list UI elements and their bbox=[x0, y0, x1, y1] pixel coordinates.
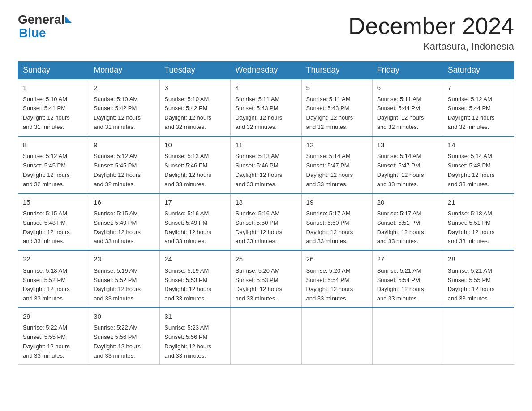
month-year-title: December 2024 bbox=[348, 13, 514, 39]
day-info: Sunrise: 5:20 AMSunset: 5:54 PMDaylight:… bbox=[306, 267, 353, 302]
day-number: 21 bbox=[448, 197, 509, 208]
calendar-cell: 29Sunrise: 5:22 AMSunset: 5:55 PMDayligh… bbox=[18, 308, 89, 364]
day-number: 2 bbox=[94, 83, 155, 93]
calendar-cell: 24Sunrise: 5:19 AMSunset: 5:53 PMDayligh… bbox=[160, 250, 231, 308]
calendar-cell: 13Sunrise: 5:14 AMSunset: 5:47 PMDayligh… bbox=[372, 136, 443, 193]
day-number: 12 bbox=[306, 140, 368, 150]
day-info: Sunrise: 5:13 AMSunset: 5:46 PMDaylight:… bbox=[235, 153, 282, 187]
week-row-1: 1Sunrise: 5:10 AMSunset: 5:41 PMDaylight… bbox=[18, 79, 514, 136]
day-number: 9 bbox=[94, 140, 155, 150]
calendar-cell: 10Sunrise: 5:13 AMSunset: 5:46 PMDayligh… bbox=[160, 136, 231, 193]
calendar-cell: 5Sunrise: 5:11 AMSunset: 5:43 PMDaylight… bbox=[301, 79, 372, 136]
day-info: Sunrise: 5:17 AMSunset: 5:50 PMDaylight:… bbox=[306, 210, 353, 244]
calendar-cell: 26Sunrise: 5:20 AMSunset: 5:54 PMDayligh… bbox=[301, 250, 372, 308]
day-info: Sunrise: 5:10 AMSunset: 5:42 PMDaylight:… bbox=[94, 96, 141, 130]
day-info: Sunrise: 5:17 AMSunset: 5:51 PMDaylight:… bbox=[377, 210, 424, 244]
calendar-cell: 31Sunrise: 5:23 AMSunset: 5:56 PMDayligh… bbox=[160, 308, 231, 364]
logo: General Blue bbox=[18, 13, 73, 40]
day-number: 19 bbox=[306, 197, 368, 208]
day-number: 26 bbox=[306, 254, 368, 265]
calendar-cell: 21Sunrise: 5:18 AMSunset: 5:51 PMDayligh… bbox=[443, 193, 514, 251]
day-info: Sunrise: 5:11 AMSunset: 5:43 PMDaylight:… bbox=[306, 96, 353, 130]
day-number: 16 bbox=[94, 197, 155, 208]
day-number: 23 bbox=[94, 254, 155, 265]
column-header-thursday: Thursday bbox=[301, 62, 372, 79]
day-number: 4 bbox=[235, 83, 296, 93]
calendar-cell: 18Sunrise: 5:16 AMSunset: 5:50 PMDayligh… bbox=[231, 193, 301, 251]
calendar-table: SundayMondayTuesdayWednesdayThursdayFrid… bbox=[18, 61, 514, 364]
calendar-title-area: December 2024 Kartasura, Indonesia bbox=[348, 13, 514, 52]
calendar-cell: 4Sunrise: 5:11 AMSunset: 5:43 PMDaylight… bbox=[231, 79, 301, 136]
calendar-cell: 16Sunrise: 5:15 AMSunset: 5:49 PMDayligh… bbox=[89, 193, 160, 251]
column-header-monday: Monday bbox=[89, 62, 160, 79]
column-header-friday: Friday bbox=[372, 62, 443, 79]
day-number: 20 bbox=[377, 197, 438, 208]
calendar-cell: 27Sunrise: 5:21 AMSunset: 5:54 PMDayligh… bbox=[372, 250, 443, 308]
column-header-saturday: Saturday bbox=[443, 62, 514, 79]
calendar-cell: 30Sunrise: 5:22 AMSunset: 5:56 PMDayligh… bbox=[89, 308, 160, 364]
logo-arrow-icon bbox=[65, 17, 72, 23]
day-number: 24 bbox=[164, 254, 226, 265]
day-info: Sunrise: 5:14 AMSunset: 5:47 PMDaylight:… bbox=[306, 153, 353, 187]
day-number: 29 bbox=[23, 312, 84, 322]
day-number: 25 bbox=[235, 254, 296, 265]
day-number: 31 bbox=[164, 312, 226, 322]
calendar-cell: 17Sunrise: 5:16 AMSunset: 5:49 PMDayligh… bbox=[160, 193, 231, 251]
day-info: Sunrise: 5:19 AMSunset: 5:52 PMDaylight:… bbox=[94, 267, 141, 302]
day-info: Sunrise: 5:18 AMSunset: 5:51 PMDaylight:… bbox=[448, 210, 495, 244]
day-number: 3 bbox=[164, 83, 226, 93]
calendar-cell bbox=[372, 308, 443, 364]
day-number: 14 bbox=[448, 140, 509, 150]
day-number: 6 bbox=[377, 83, 438, 93]
day-info: Sunrise: 5:21 AMSunset: 5:54 PMDaylight:… bbox=[377, 267, 424, 302]
day-info: Sunrise: 5:20 AMSunset: 5:53 PMDaylight:… bbox=[235, 267, 282, 302]
day-info: Sunrise: 5:11 AMSunset: 5:43 PMDaylight:… bbox=[235, 96, 282, 130]
week-row-3: 15Sunrise: 5:15 AMSunset: 5:48 PMDayligh… bbox=[18, 193, 514, 251]
day-number: 5 bbox=[306, 83, 368, 93]
day-info: Sunrise: 5:13 AMSunset: 5:46 PMDaylight:… bbox=[164, 153, 211, 187]
day-number: 13 bbox=[377, 140, 438, 150]
day-info: Sunrise: 5:16 AMSunset: 5:50 PMDaylight:… bbox=[235, 210, 282, 244]
day-number: 7 bbox=[448, 83, 509, 93]
day-info: Sunrise: 5:12 AMSunset: 5:44 PMDaylight:… bbox=[448, 96, 495, 130]
column-header-sunday: Sunday bbox=[18, 62, 89, 79]
day-number: 30 bbox=[94, 312, 155, 322]
calendar-header-row: SundayMondayTuesdayWednesdayThursdayFrid… bbox=[18, 62, 514, 79]
week-row-4: 22Sunrise: 5:18 AMSunset: 5:52 PMDayligh… bbox=[18, 250, 514, 308]
column-header-wednesday: Wednesday bbox=[231, 62, 301, 79]
location-subtitle: Kartasura, Indonesia bbox=[348, 41, 514, 52]
calendar-cell: 6Sunrise: 5:11 AMSunset: 5:44 PMDaylight… bbox=[372, 79, 443, 136]
day-number: 11 bbox=[235, 140, 296, 150]
calendar-cell: 11Sunrise: 5:13 AMSunset: 5:46 PMDayligh… bbox=[231, 136, 301, 193]
day-number: 1 bbox=[23, 83, 84, 93]
day-info: Sunrise: 5:18 AMSunset: 5:52 PMDaylight:… bbox=[23, 267, 70, 302]
calendar-cell: 2Sunrise: 5:10 AMSunset: 5:42 PMDaylight… bbox=[89, 79, 160, 136]
calendar-cell: 7Sunrise: 5:12 AMSunset: 5:44 PMDaylight… bbox=[443, 79, 514, 136]
calendar-cell bbox=[443, 308, 514, 364]
day-info: Sunrise: 5:10 AMSunset: 5:41 PMDaylight:… bbox=[23, 96, 70, 130]
day-info: Sunrise: 5:12 AMSunset: 5:45 PMDaylight:… bbox=[94, 153, 141, 187]
day-number: 17 bbox=[164, 197, 226, 208]
day-info: Sunrise: 5:21 AMSunset: 5:55 PMDaylight:… bbox=[448, 267, 495, 302]
day-info: Sunrise: 5:10 AMSunset: 5:42 PMDaylight:… bbox=[164, 96, 211, 130]
calendar-cell: 9Sunrise: 5:12 AMSunset: 5:45 PMDaylight… bbox=[89, 136, 160, 193]
calendar-cell: 1Sunrise: 5:10 AMSunset: 5:41 PMDaylight… bbox=[18, 79, 89, 136]
day-info: Sunrise: 5:12 AMSunset: 5:45 PMDaylight:… bbox=[23, 153, 70, 187]
day-number: 8 bbox=[23, 140, 84, 150]
day-number: 10 bbox=[164, 140, 226, 150]
calendar-cell: 25Sunrise: 5:20 AMSunset: 5:53 PMDayligh… bbox=[231, 250, 301, 308]
calendar-cell: 20Sunrise: 5:17 AMSunset: 5:51 PMDayligh… bbox=[372, 193, 443, 251]
logo-blue-text: Blue bbox=[19, 26, 46, 40]
day-number: 22 bbox=[23, 254, 84, 265]
day-number: 27 bbox=[377, 254, 438, 265]
logo-general-text: General bbox=[18, 13, 64, 26]
day-info: Sunrise: 5:23 AMSunset: 5:56 PMDaylight:… bbox=[164, 324, 211, 359]
day-info: Sunrise: 5:22 AMSunset: 5:55 PMDaylight:… bbox=[23, 324, 70, 359]
day-number: 15 bbox=[23, 197, 84, 208]
day-info: Sunrise: 5:14 AMSunset: 5:48 PMDaylight:… bbox=[448, 153, 495, 187]
day-info: Sunrise: 5:16 AMSunset: 5:49 PMDaylight:… bbox=[164, 210, 211, 244]
page-header: General Blue December 2024 Kartasura, In… bbox=[18, 13, 514, 52]
day-number: 28 bbox=[448, 254, 509, 265]
calendar-cell: 14Sunrise: 5:14 AMSunset: 5:48 PMDayligh… bbox=[443, 136, 514, 193]
day-info: Sunrise: 5:15 AMSunset: 5:48 PMDaylight:… bbox=[23, 210, 70, 244]
